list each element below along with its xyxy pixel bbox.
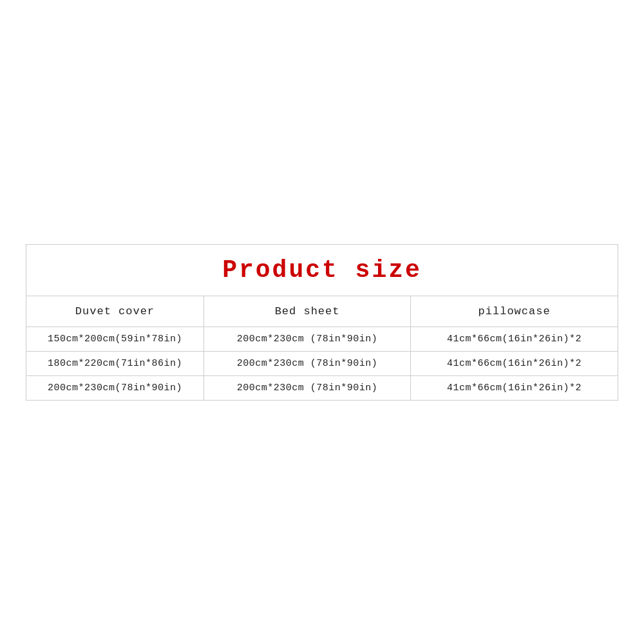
- duvet-size-3: 200cm*230cm(78in*90in): [26, 375, 204, 400]
- header-bed-sheet: Bed sheet: [204, 296, 410, 327]
- table-row: 200cm*230cm(78in*90in) 200cm*230cm (78in…: [26, 375, 618, 400]
- bed-sheet-size-2: 200cm*230cm (78in*90in): [204, 351, 410, 375]
- size-table: Duvet cover Bed sheet pillowcase 150cm*2…: [26, 296, 618, 400]
- header-pillowcase: pillowcase: [411, 296, 618, 327]
- table-row: 150cm*200cm(59in*78in) 200cm*230cm (78in…: [26, 327, 618, 351]
- pillowcase-size-3: 41cm*66cm(16in*26in)*2: [411, 375, 618, 400]
- bed-sheet-size-1: 200cm*230cm (78in*90in): [204, 327, 410, 351]
- duvet-size-2: 180cm*220cm(71in*86in): [26, 351, 204, 375]
- pillowcase-size-1: 41cm*66cm(16in*26in)*2: [411, 327, 618, 351]
- table-header-row: Duvet cover Bed sheet pillowcase: [26, 296, 618, 327]
- bed-sheet-size-3: 200cm*230cm (78in*90in): [204, 375, 410, 400]
- duvet-size-1: 150cm*200cm(59in*78in): [26, 327, 204, 351]
- table-row: 180cm*220cm(71in*86in) 200cm*230cm (78in…: [26, 351, 618, 375]
- table-section: Product size Duvet cover Bed sheet pillo…: [26, 244, 618, 401]
- header-duvet: Duvet cover: [26, 296, 204, 327]
- page-container: Product size Duvet cover Bed sheet pillo…: [0, 0, 644, 644]
- pillowcase-size-2: 41cm*66cm(16in*26in)*2: [411, 351, 618, 375]
- table-body: 150cm*200cm(59in*78in) 200cm*230cm (78in…: [26, 327, 618, 400]
- product-size-title: Product size: [26, 245, 618, 296]
